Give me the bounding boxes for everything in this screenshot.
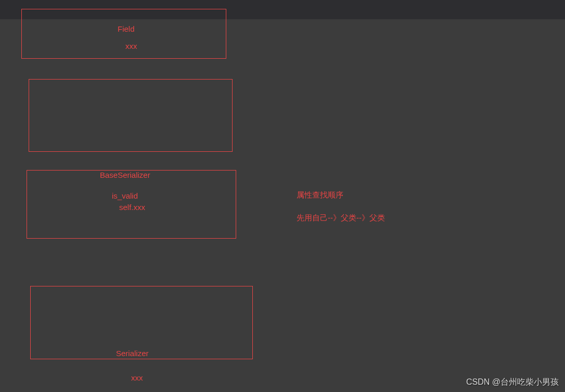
side-note-body: 先用自己--》父类--》父类 <box>297 212 385 224</box>
side-note-header: 属性查找顺序 <box>297 189 343 201</box>
field-title: Field <box>118 23 135 34</box>
box-book-serializer: BookSerializer ser.is_valid() <box>30 286 253 359</box>
field-body: xxx <box>125 41 137 51</box>
box-serializer: Serializer xxx <box>27 170 236 239</box>
watermark: CSDN @台州吃柴小男孩 <box>466 377 559 388</box>
box-field: Field xxx <box>21 9 226 59</box>
serializer-body: xxx <box>131 372 143 383</box>
box-base-serializer: BaseSerializer is_valid self.xxx <box>29 79 233 152</box>
